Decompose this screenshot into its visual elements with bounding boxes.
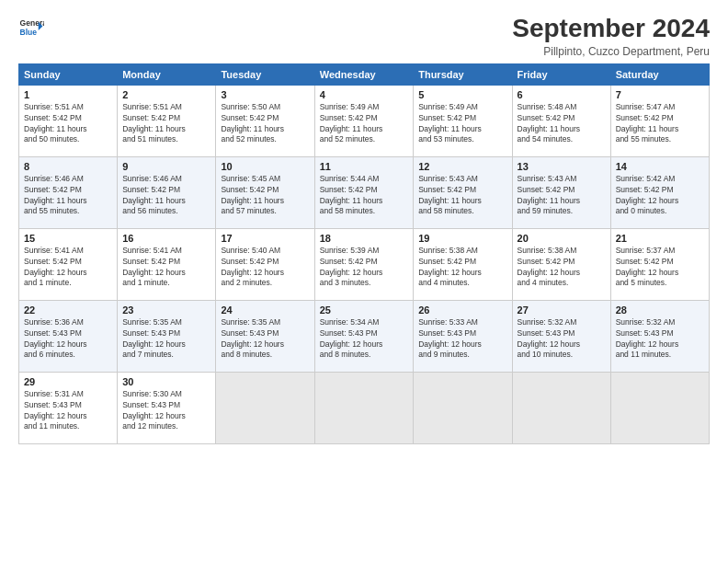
table-row: 7Sunrise: 5:47 AMSunset: 5:42 PMDaylight… (610, 85, 709, 156)
day-info: Sunrise: 5:38 AMSunset: 5:42 PMDaylight:… (418, 246, 506, 290)
table-row: 18Sunrise: 5:39 AMSunset: 5:42 PMDayligh… (314, 228, 414, 300)
table-row: 25Sunrise: 5:34 AMSunset: 5:43 PMDayligh… (314, 300, 414, 372)
day-info: Sunrise: 5:33 AMSunset: 5:43 PMDaylight:… (418, 317, 506, 362)
calendar-week-row: 22Sunrise: 5:36 AMSunset: 5:43 PMDayligh… (19, 300, 710, 372)
table-row: 21Sunrise: 5:37 AMSunset: 5:42 PMDayligh… (610, 228, 709, 300)
day-info: Sunrise: 5:36 AMSunset: 5:43 PMDaylight:… (24, 317, 112, 362)
day-number: 23 (122, 304, 210, 316)
col-wednesday: Wednesday (314, 63, 414, 85)
day-info: Sunrise: 5:39 AMSunset: 5:42 PMDaylight:… (320, 246, 409, 290)
day-info: Sunrise: 5:37 AMSunset: 5:42 PMDaylight:… (616, 246, 704, 290)
day-number: 7 (616, 89, 704, 100)
day-number: 3 (221, 89, 309, 100)
calendar-table: Sunday Monday Tuesday Wednesday Thursday… (18, 63, 710, 444)
calendar-week-row: 15Sunrise: 5:41 AMSunset: 5:42 PMDayligh… (19, 228, 710, 300)
day-info: Sunrise: 5:49 AMSunset: 5:42 PMDaylight:… (320, 102, 409, 146)
day-info: Sunrise: 5:48 AMSunset: 5:42 PMDaylight:… (518, 102, 606, 146)
table-row: 26Sunrise: 5:33 AMSunset: 5:43 PMDayligh… (414, 300, 512, 372)
table-row: 10Sunrise: 5:45 AMSunset: 5:42 PMDayligh… (216, 156, 314, 228)
day-info: Sunrise: 5:45 AMSunset: 5:42 PMDaylight:… (221, 174, 309, 218)
day-number: 30 (122, 376, 210, 387)
table-row: 16Sunrise: 5:41 AMSunset: 5:42 PMDayligh… (118, 228, 216, 300)
calendar-week-row: 1Sunrise: 5:51 AMSunset: 5:42 PMDaylight… (19, 85, 710, 156)
col-monday: Monday (118, 63, 216, 85)
subtitle: Pillpinto, Cuzco Department, Peru (512, 45, 710, 58)
day-number: 25 (320, 304, 409, 316)
logo: General Blue (18, 15, 44, 40)
table-row: 20Sunrise: 5:38 AMSunset: 5:42 PMDayligh… (512, 228, 610, 300)
page: General Blue September 2024 Pillpinto, C… (0, 0, 728, 563)
table-row: 28Sunrise: 5:32 AMSunset: 5:43 PMDayligh… (610, 300, 709, 372)
day-number: 9 (122, 161, 210, 172)
day-number: 21 (616, 233, 704, 244)
table-row (314, 372, 414, 443)
table-row: 27Sunrise: 5:32 AMSunset: 5:43 PMDayligh… (512, 300, 610, 372)
table-row: 15Sunrise: 5:41 AMSunset: 5:42 PMDayligh… (19, 228, 118, 300)
col-tuesday: Tuesday (216, 63, 314, 85)
day-number: 2 (122, 89, 210, 100)
table-row: 13Sunrise: 5:43 AMSunset: 5:42 PMDayligh… (512, 156, 610, 228)
day-info: Sunrise: 5:46 AMSunset: 5:42 PMDaylight:… (122, 174, 210, 218)
day-number: 15 (24, 233, 112, 244)
calendar-week-row: 29Sunrise: 5:31 AMSunset: 5:43 PMDayligh… (19, 372, 710, 443)
table-row (216, 372, 314, 443)
day-number: 27 (518, 304, 606, 316)
day-info: Sunrise: 5:41 AMSunset: 5:42 PMDaylight:… (24, 246, 112, 290)
day-info: Sunrise: 5:40 AMSunset: 5:42 PMDaylight:… (221, 246, 309, 290)
table-row: 19Sunrise: 5:38 AMSunset: 5:42 PMDayligh… (414, 228, 512, 300)
month-title: September 2024 (512, 15, 710, 43)
col-friday: Friday (512, 63, 610, 85)
day-info: Sunrise: 5:43 AMSunset: 5:42 PMDaylight:… (418, 174, 506, 218)
table-row: 22Sunrise: 5:36 AMSunset: 5:43 PMDayligh… (19, 300, 118, 372)
table-row: 1Sunrise: 5:51 AMSunset: 5:42 PMDaylight… (19, 85, 118, 156)
table-row (610, 372, 709, 443)
day-info: Sunrise: 5:47 AMSunset: 5:42 PMDaylight:… (616, 102, 704, 146)
day-info: Sunrise: 5:43 AMSunset: 5:42 PMDaylight:… (518, 174, 606, 218)
header-row: Sunday Monday Tuesday Wednesday Thursday… (19, 63, 710, 85)
day-info: Sunrise: 5:34 AMSunset: 5:43 PMDaylight:… (320, 317, 409, 362)
day-info: Sunrise: 5:30 AMSunset: 5:43 PMDaylight:… (122, 389, 210, 433)
day-number: 26 (418, 304, 506, 316)
table-row: 17Sunrise: 5:40 AMSunset: 5:42 PMDayligh… (216, 228, 314, 300)
logo-icon: General Blue (18, 15, 44, 40)
day-number: 28 (616, 304, 704, 316)
table-row: 29Sunrise: 5:31 AMSunset: 5:43 PMDayligh… (19, 372, 118, 443)
col-saturday: Saturday (610, 63, 709, 85)
table-row (414, 372, 512, 443)
table-row: 6Sunrise: 5:48 AMSunset: 5:42 PMDaylight… (512, 85, 610, 156)
day-info: Sunrise: 5:32 AMSunset: 5:43 PMDaylight:… (518, 317, 606, 362)
day-number: 8 (24, 161, 112, 172)
day-number: 17 (221, 233, 309, 244)
day-info: Sunrise: 5:50 AMSunset: 5:42 PMDaylight:… (221, 102, 309, 146)
day-info: Sunrise: 5:31 AMSunset: 5:43 PMDaylight:… (24, 389, 112, 433)
day-info: Sunrise: 5:38 AMSunset: 5:42 PMDaylight:… (518, 246, 606, 290)
table-row: 24Sunrise: 5:35 AMSunset: 5:43 PMDayligh… (216, 300, 314, 372)
col-sunday: Sunday (19, 63, 118, 85)
day-number: 19 (418, 233, 506, 244)
day-number: 20 (518, 233, 606, 244)
table-row: 12Sunrise: 5:43 AMSunset: 5:42 PMDayligh… (414, 156, 512, 228)
day-number: 18 (320, 233, 409, 244)
day-info: Sunrise: 5:51 AMSunset: 5:42 PMDaylight:… (24, 102, 112, 146)
day-info: Sunrise: 5:41 AMSunset: 5:42 PMDaylight:… (122, 246, 210, 290)
table-row: 5Sunrise: 5:49 AMSunset: 5:42 PMDaylight… (414, 85, 512, 156)
day-info: Sunrise: 5:46 AMSunset: 5:42 PMDaylight:… (24, 174, 112, 218)
day-number: 12 (418, 161, 506, 172)
day-info: Sunrise: 5:44 AMSunset: 5:42 PMDaylight:… (320, 174, 409, 218)
calendar-week-row: 8Sunrise: 5:46 AMSunset: 5:42 PMDaylight… (19, 156, 710, 228)
col-thursday: Thursday (414, 63, 512, 85)
day-number: 16 (122, 233, 210, 244)
day-number: 10 (221, 161, 309, 172)
day-number: 22 (24, 304, 112, 316)
day-info: Sunrise: 5:35 AMSunset: 5:43 PMDaylight:… (221, 317, 309, 362)
table-row: 11Sunrise: 5:44 AMSunset: 5:42 PMDayligh… (314, 156, 414, 228)
title-block: September 2024 Pillpinto, Cuzco Departme… (512, 15, 710, 58)
day-info: Sunrise: 5:35 AMSunset: 5:43 PMDaylight:… (122, 317, 210, 362)
table-row: 9Sunrise: 5:46 AMSunset: 5:42 PMDaylight… (118, 156, 216, 228)
table-row: 8Sunrise: 5:46 AMSunset: 5:42 PMDaylight… (19, 156, 118, 228)
day-number: 5 (418, 89, 506, 100)
day-number: 1 (24, 89, 112, 100)
table-row (512, 372, 610, 443)
day-number: 6 (518, 89, 606, 100)
table-row: 4Sunrise: 5:49 AMSunset: 5:42 PMDaylight… (314, 85, 414, 156)
